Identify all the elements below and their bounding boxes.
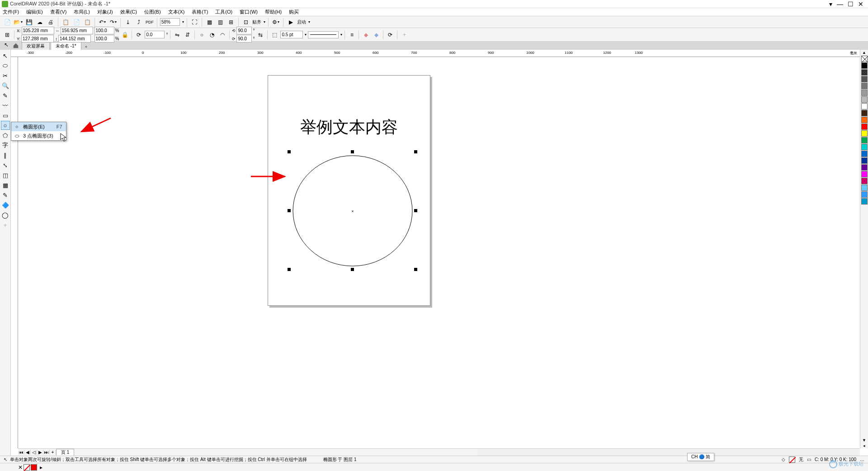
undo-icon[interactable]: ↶▾ [98,18,107,27]
tab-add[interactable]: + [82,44,90,50]
lock-ratio-icon[interactable]: 🔒 [120,30,129,39]
tab-welcome[interactable]: 欢迎屏幕 [22,42,50,50]
presets-icon[interactable]: ⊞ [3,30,12,39]
home-icon[interactable] [13,43,19,49]
standard-toolbar: 📄 📂▾ 💾 ☁ 🖨 📋 📄 📋 ↶▾ ↷▾ ⤓ ⤴ PDF ▾ ⛶ ▦ ▥ ⊞… [0,16,868,28]
title-bar: CorelDRAW 2020 (64-Bit 评估版) - 未命名 -1* ▾ … [0,0,868,8]
front-icon[interactable]: ◆ [361,30,370,39]
redo-icon[interactable]: ↷▾ [108,18,118,27]
tab-document[interactable]: 未命名 -1* [51,42,81,50]
sy-input[interactable] [94,35,114,43]
window-title: CorelDRAW 2020 (64-Bit 评估版) - 未命名 -1* [10,0,110,7]
launch-icon[interactable]: ▶ [286,18,295,27]
ang2-input[interactable] [236,35,252,43]
fullscreen-icon[interactable]: ⛶ [190,18,199,27]
app-logo [2,1,8,7]
cloud-icon[interactable]: ☁ [35,18,44,27]
x-input[interactable] [22,27,54,34]
outline-width-icon[interactable]: ⬚ [270,30,279,39]
clipboard-icon[interactable]: 📋 [83,18,92,27]
w-input[interactable] [61,27,93,34]
menu-tools[interactable]: 工具(O) [215,9,232,15]
pick-arrow-icon[interactable]: ↖ [2,40,11,49]
h-input[interactable] [58,35,91,43]
pdf-icon[interactable]: PDF [145,18,154,27]
save-icon[interactable]: 💾 [24,18,33,27]
snap-label[interactable]: 贴齐 [252,19,261,25]
grid-icon[interactable]: ▦ [205,18,214,27]
menu-file[interactable]: 文件(F) [3,9,19,15]
swap-icon[interactable]: ⇆ [256,30,265,39]
gear-icon[interactable]: ⚙▾ [271,18,280,27]
dropdown-icon[interactable]: ▾ [829,0,832,8]
convert-icon[interactable]: ⟳ [386,30,395,39]
close-icon[interactable]: ✕ [858,0,863,8]
property-bar: ⊞ X: Y: ↔ ↕ % % 🔒 ⟳ ° ⇋ ⇵ ○ ◔ ◠ ⟲° ⟳° ⇆ … [0,28,868,42]
print-icon[interactable]: 🖨 [46,18,55,27]
menu-buy[interactable]: 购买 [289,9,299,15]
snap-icon[interactable]: ⊞ [226,18,236,27]
ellipse-mode-icon[interactable]: ○ [197,30,206,39]
wrap-text-icon[interactable]: ≡ [347,30,356,39]
menu-edit[interactable]: 编辑(E) [26,9,43,15]
menu-table[interactable]: 表格(T) [192,9,208,15]
guides-icon[interactable]: ▥ [216,18,225,27]
menu-help[interactable]: 帮助(H) [265,9,282,15]
menu-object[interactable]: 对象(J) [97,9,113,15]
pie-mode-icon[interactable]: ◔ [208,30,217,39]
arc-mode-icon[interactable]: ◠ [218,30,227,39]
menu-bar: 文件(F) 编辑(E) 查看(V) 布局(L) 对象(J) 效果(C) 位图(B… [0,8,868,16]
paste-icon[interactable]: 📄 [72,18,81,27]
menu-bitmap[interactable]: 位图(B) [144,9,161,15]
menu-view[interactable]: 查看(V) [50,9,67,15]
back-icon[interactable]: ◆ [372,30,381,39]
mirror-h-icon[interactable]: ⇋ [173,30,182,39]
document-tabs: ↖ 欢迎屏幕 未命名 -1* + [0,42,868,50]
options-icon[interactable]: ⊡ [241,18,250,27]
launch-label[interactable]: 启动 [297,19,306,25]
menu-effects[interactable]: 效果(C) [120,9,137,15]
outline-width-input[interactable] [280,31,303,38]
menu-layout[interactable]: 布局(L) [74,9,90,15]
import-icon[interactable]: ⤓ [123,18,132,27]
maximize-icon[interactable]: ☐ [848,0,854,8]
menu-text[interactable]: 文本(X) [168,9,185,15]
y-input[interactable] [21,35,54,43]
sx-input[interactable] [94,27,114,34]
line-style-dropdown[interactable] [308,31,339,38]
rotation-input[interactable] [145,31,165,38]
copy-icon[interactable]: 📋 [61,18,70,27]
mirror-v-icon[interactable]: ⇵ [183,30,192,39]
window-controls: ▾ — ☐ ✕ [829,0,868,8]
minimize-icon[interactable]: — [837,0,843,8]
zoom-input[interactable] [160,18,180,26]
export-icon[interactable]: ⤴ [134,18,143,27]
menu-window[interactable]: 窗口(W) [240,9,258,15]
open-icon[interactable]: 📂▾ [14,18,23,27]
rotate-icon[interactable]: ⟳ [134,30,143,39]
ang1-input[interactable] [236,27,252,34]
new-icon[interactable]: 📄 [3,18,12,27]
add-icon[interactable]: + [400,30,409,39]
